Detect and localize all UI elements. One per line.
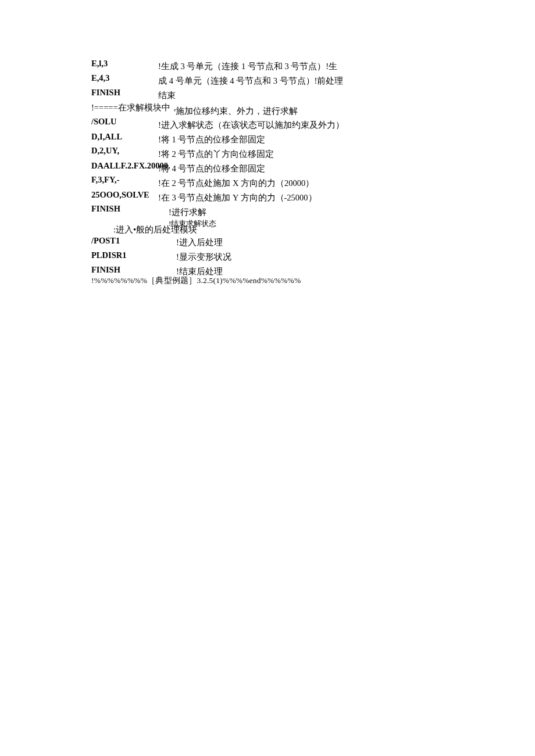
code-line: FINISH (91, 266, 120, 274)
comment-line: !显示变形状况 (176, 253, 231, 261)
comment-line: !在 3 号节点处施加 Y 方向的力（-25000） (158, 194, 317, 202)
comment-line: 成 4 号单元（连接 4 号节点和 3 号节点）!前处理 (158, 77, 343, 85)
section-label: :进入•般的后处理模块 (113, 225, 197, 234)
code-line: E,4,3 (91, 74, 109, 83)
code-line: PLDISR1 (91, 251, 126, 260)
code-line: /POST1 (91, 237, 120, 245)
comment-line: !结束后处理 (176, 267, 223, 276)
code-line: !=====在求解模块中， (91, 103, 179, 112)
comment-line: !在 2 号节点处施加 X 方向的力（20000） (158, 179, 314, 188)
document-page: E,l,3 E,4,3 FINISH !=====在求解模块中， /SOLU D… (0, 0, 535, 756)
code-line: /SOLU (91, 117, 117, 126)
comment-line: !进入求解状态（在该状态可以施加约束及外力） (158, 121, 344, 130)
code-line: E,l,3 (91, 59, 108, 68)
code-line: D,2,UY, (91, 146, 119, 155)
code-line: FINISH (91, 205, 120, 213)
code-line: FINISH (91, 88, 120, 97)
comment-line: 结束 (158, 91, 176, 100)
comment-line: 施加位移约束、外力，进行求解 (176, 107, 298, 116)
comment-line: !将 1 号节点的位移全部固定 (158, 135, 265, 144)
code-line: F,3,FY,- (91, 175, 119, 184)
code-line: D,I,ALL (91, 132, 122, 141)
comment-line: !进入后处理 (176, 238, 223, 247)
comment-line: !生成 3 号单元（连接 1 号节点和 3 号节点）!生 (158, 62, 337, 71)
comment-line: !将 2 号节点的丫方向位移固定 (158, 150, 274, 159)
comment-line: !将 4 号节点的位移全部固定 (158, 164, 265, 173)
comment-line: !进行求解 (169, 208, 206, 217)
code-line: 25OOO,SOLVE (91, 191, 149, 199)
footer-line: !%%%%%%%%［典型例题］3.2.5(1)%%%%end%%%%%% (91, 277, 301, 285)
